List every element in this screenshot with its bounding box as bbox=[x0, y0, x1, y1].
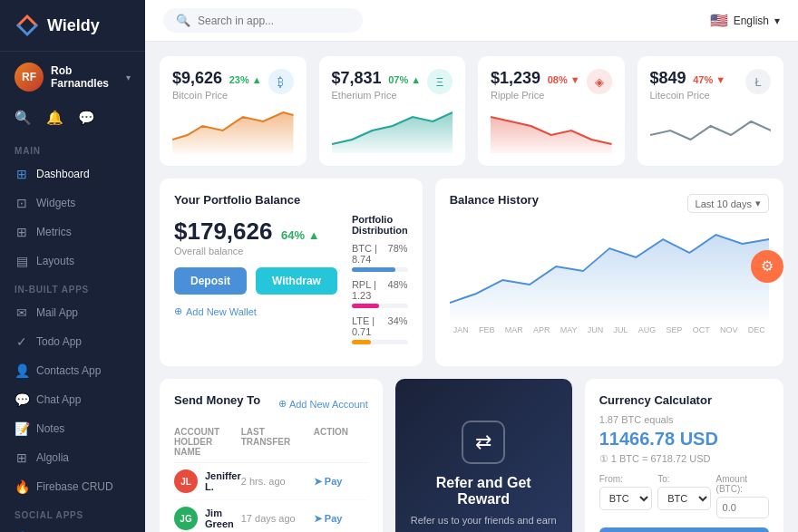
sidebar-item-metrics[interactable]: ⊞ Metrics bbox=[0, 218, 145, 247]
time-range-selector[interactable]: Last 10 days ▾ bbox=[687, 194, 769, 213]
sidebar-item-chat[interactable]: 💬 Chat App bbox=[0, 385, 145, 414]
calc-title: Currency Calculator bbox=[599, 393, 769, 407]
sidebar: Wieldy RF Rob Farnandles ▾ 🔍 🔔 💬 Main ⊞ … bbox=[0, 0, 145, 532]
svg-marker-1 bbox=[332, 112, 453, 153]
logo-icon bbox=[15, 13, 40, 38]
btc-chart bbox=[172, 108, 294, 153]
sidebar-item-dashboard[interactable]: ⊞ Dashboard bbox=[0, 160, 145, 189]
sidebar-item-firebase[interactable]: 🔥 Firebase CRUD bbox=[0, 472, 145, 501]
balance-chart: JAN FEB MAR APR MAY JUN JUL AUG SEP OCT … bbox=[450, 221, 769, 339]
sidebar-item-contacts[interactable]: 👤 Contacts App bbox=[0, 356, 145, 385]
settings-icon: ⚙ bbox=[761, 257, 774, 275]
todo-icon: ✓ bbox=[15, 334, 29, 349]
ltc-price-card: $849 47% ▼ Litecoin Price Ł bbox=[637, 56, 784, 166]
sidebar-item-notes[interactable]: 📝 Notes bbox=[0, 414, 145, 443]
send-money-title: Send Money To bbox=[174, 393, 260, 407]
search-box[interactable]: 🔍 bbox=[163, 8, 363, 33]
refer-desc: Refer us to your friends and earn bonus … bbox=[410, 513, 558, 532]
sidebar-item-profile[interactable]: 👤 Profile bbox=[0, 524, 145, 532]
to-currency-select[interactable]: BTC ETH USD bbox=[657, 487, 710, 510]
search-icon[interactable]: 🔍 bbox=[15, 110, 32, 126]
amount-input[interactable] bbox=[716, 497, 769, 518]
section-title-inbuilt: In-built Apps bbox=[0, 276, 145, 298]
portfolio-label: Overall balance bbox=[174, 246, 337, 256]
algolia-icon: ⊞ bbox=[15, 450, 29, 465]
settings-fab-button[interactable]: ⚙ bbox=[751, 250, 783, 283]
sidebar-item-widgets[interactable]: ⊡ Widgets bbox=[0, 189, 145, 218]
language-selector[interactable]: 🇺🇸 English ▾ bbox=[710, 12, 780, 29]
portfolio-distribution: BTC | 8.74 78% RPL | 1.23 48% bbox=[352, 243, 408, 344]
ltc-icon: Ł bbox=[745, 69, 771, 94]
chevron-down-icon: ▾ bbox=[755, 198, 761, 209]
from-currency-select[interactable]: BTC ETH USD bbox=[599, 487, 652, 510]
deposit-button[interactable]: Deposit bbox=[174, 267, 247, 295]
btc-name: Bitcoin Price bbox=[172, 90, 262, 101]
table-header: ACCOUNT HOLDER NAME LAST TRANSFER ACTION bbox=[174, 423, 368, 463]
ltc-percent: 47% ▼ bbox=[693, 74, 725, 85]
pay-button[interactable]: ➤ Pay bbox=[314, 513, 368, 525]
avatar: RF bbox=[15, 63, 44, 92]
rpl-price-card: $1,239 08% ▼ Ripple Price ◈ bbox=[478, 56, 625, 166]
sidebar-item-layouts[interactable]: ▤ Layouts bbox=[0, 247, 145, 276]
btc-progress-bar bbox=[352, 267, 408, 272]
notification-icon[interactable]: 🔔 bbox=[46, 110, 63, 126]
btc-percent: 23% ▲ bbox=[229, 74, 262, 85]
btc-price-value: $9,626 bbox=[172, 69, 222, 87]
calc-inputs: From: BTC ETH USD To: BTC ETH USD bbox=[599, 474, 769, 518]
notes-icon: 📝 bbox=[15, 421, 29, 436]
widgets-icon: ⊡ bbox=[15, 196, 29, 210]
add-account-link[interactable]: ⊕ Add New Account bbox=[278, 398, 368, 410]
chat-icon: 💬 bbox=[15, 392, 29, 407]
flag-icon: 🇺🇸 bbox=[710, 12, 728, 29]
firebase-icon: 🔥 bbox=[15, 479, 29, 494]
sidebar-item-label: Firebase CRUD bbox=[36, 480, 113, 493]
message-icon[interactable]: 💬 bbox=[78, 110, 95, 126]
ltc-name: Litecoin Price bbox=[650, 90, 726, 101]
dist-title: Portfolio Distribution bbox=[352, 214, 408, 236]
section-title-main: Main bbox=[0, 137, 145, 160]
rpl-icon: ◈ bbox=[587, 69, 612, 94]
send-money-header: Send Money To ⊕ Add New Account bbox=[174, 393, 368, 414]
balance-history-card: Balance History Last 10 days ▾ bbox=[435, 179, 783, 366]
balance-title: Balance History bbox=[450, 193, 539, 207]
middle-row: Your Portfolio Balance $179,626 64% ▲ Ov… bbox=[160, 179, 783, 366]
pay-button[interactable]: ➤ Pay bbox=[314, 476, 368, 488]
eth-icon: Ξ bbox=[427, 69, 453, 94]
chevron-down-icon: ▾ bbox=[774, 15, 780, 27]
eth-price-card: $7,831 07% ▲ Etherium Price Ξ bbox=[319, 56, 466, 166]
refer-title: Refer and Get Reward bbox=[410, 475, 558, 508]
main-content: 🔍 🇺🇸 English ▾ $9,626 23% ▲ Bitcoin Pric… bbox=[145, 0, 798, 532]
ltc-chart bbox=[650, 108, 772, 153]
add-wallet-link[interactable]: ⊕ Add New Wallet bbox=[174, 305, 337, 317]
rpl-progress-bar bbox=[352, 304, 408, 308]
portfolio-card: Your Portfolio Balance $179,626 64% ▲ Ov… bbox=[160, 179, 423, 366]
portfolio-value: $179,626 bbox=[174, 218, 272, 245]
sidebar-item-todo[interactable]: ✓ Todo App bbox=[0, 327, 145, 356]
user-profile[interactable]: RF Rob Farnandles ▾ bbox=[0, 52, 145, 102]
avatar: JG bbox=[174, 507, 198, 530]
withdraw-button[interactable]: Withdraw bbox=[256, 267, 337, 295]
refer-icon: ⇄ bbox=[462, 421, 505, 464]
search-icon: 🔍 bbox=[176, 14, 190, 27]
bottom-row: Send Money To ⊕ Add New Account ACCOUNT … bbox=[160, 379, 783, 532]
dist-item-rpl: RPL | 1.23 48% bbox=[352, 279, 408, 308]
plus-icon: ⊕ bbox=[278, 398, 287, 410]
app-name: Wieldy bbox=[47, 16, 100, 35]
plus-icon: ⊕ bbox=[174, 305, 182, 317]
metrics-icon: ⊞ bbox=[15, 225, 29, 239]
search-input[interactable] bbox=[198, 15, 350, 27]
chevron-down-icon: ▾ bbox=[126, 73, 131, 82]
user-name: Rob Farnandles bbox=[51, 64, 119, 90]
sidebar-item-mail[interactable]: ✉ Mail App bbox=[0, 298, 145, 327]
content-area: $9,626 23% ▲ Bitcoin Price ₿ bbox=[145, 42, 798, 532]
dashboard-icon: ⊞ bbox=[15, 167, 29, 181]
amount-label: Amount (BTC): bbox=[716, 474, 769, 494]
ltc-price-value: $849 bbox=[650, 69, 686, 87]
rpl-price-value: $1,239 bbox=[491, 69, 540, 87]
eth-price-value: $7,831 bbox=[332, 69, 382, 87]
calc-value: 11466.78 USD bbox=[599, 429, 769, 450]
sidebar-item-algolia[interactable]: ⊞ Algolia bbox=[0, 443, 145, 472]
transfer-now-button[interactable]: Transfer Now bbox=[599, 527, 769, 532]
sidebar-logo: Wieldy bbox=[0, 0, 145, 52]
sidebar-item-label: Dashboard bbox=[36, 168, 90, 180]
